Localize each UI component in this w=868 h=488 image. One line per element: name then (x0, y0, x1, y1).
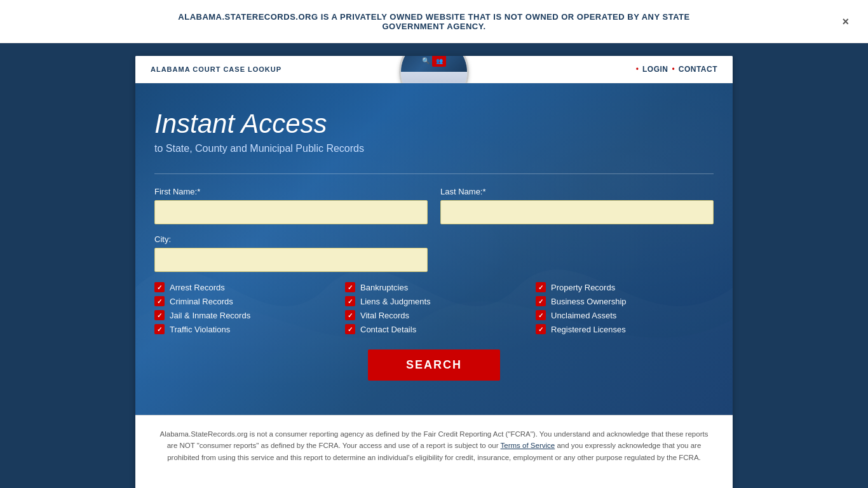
city-field-row: City: (154, 234, 714, 272)
disclaimer-section: Alabama.StateRecords.org is not a consum… (135, 415, 733, 476)
checkbox-icon-jail (154, 310, 165, 320)
checkbox-label-business: Business Ownership (551, 297, 627, 306)
page-background: ALABAMA COURT CASE LOOKUP STATE RECORDS … (0, 43, 868, 488)
checkbox-registered-licenses: Registered Licenses (536, 324, 714, 334)
terms-of-service-link[interactable]: Terms of Service (501, 442, 555, 449)
checkbox-icon-traffic (154, 324, 165, 334)
logo-person-icon: 👥 (432, 56, 446, 67)
checkbox-liens-judgments: Liens & Judgments (345, 296, 523, 306)
disclaimer-text: Alabama.StateRecords.org is not a consum… (154, 428, 714, 463)
name-fields-row: First Name:* Last Name:* (154, 187, 714, 224)
first-name-input[interactable] (154, 200, 428, 224)
banner-text: ALABAMA.STATERECORDS.ORG IS A PRIVATELY … (148, 12, 720, 31)
checkbox-arrest-records: Arrest Records (154, 282, 332, 292)
checkbox-icon-vital (345, 310, 355, 320)
checkbox-label-vital: Vital Records (360, 311, 409, 320)
contact-link[interactable]: CONTACT (679, 65, 717, 74)
checkbox-traffic-violations: Traffic Violations (154, 324, 332, 334)
contact-bullet: • (672, 65, 675, 74)
checkbox-icon-business (536, 296, 546, 306)
hero-subtitle: to State, County and Municipal Public Re… (154, 143, 714, 154)
last-name-group: Last Name:* (440, 187, 714, 224)
checkbox-icon-arrest (154, 282, 165, 292)
breadcrumb: Alabama Public Records › Court Records ›… (135, 476, 733, 488)
checkbox-label-licenses: Registered Licenses (551, 325, 626, 334)
city-input[interactable] (154, 248, 428, 272)
hero-section: Instant Access to State, County and Muni… (135, 83, 733, 415)
checkbox-label-criminal: Criminal Records (170, 297, 233, 306)
checkbox-criminal-records: Criminal Records (154, 296, 332, 306)
card-header: ALABAMA COURT CASE LOOKUP STATE RECORDS … (135, 56, 733, 83)
checkbox-label-jail: Jail & Inmate Records (170, 311, 250, 320)
search-button[interactable]: SEARCH (368, 349, 500, 381)
checkbox-icon-unclaimed (536, 310, 546, 320)
checkbox-label-property: Property Records (551, 283, 615, 292)
checkbox-bankruptcies: Bankruptcies (345, 282, 523, 292)
banner-close-button[interactable]: × (842, 15, 849, 28)
checkbox-vital-records: Vital Records (345, 310, 523, 320)
logo-icons-row: 🔍 👥 (422, 56, 446, 67)
city-group: City: (154, 234, 428, 272)
search-button-row: SEARCH (154, 349, 714, 381)
main-card: ALABAMA COURT CASE LOOKUP STATE RECORDS … (135, 56, 733, 488)
checkbox-icon-licenses (536, 324, 546, 334)
logo-top: STATE RECORDS ★ ★ ★ ★ ★ 🔍 👥 (401, 56, 467, 72)
checkbox-contact-details: Contact Details (345, 324, 523, 334)
last-name-label: Last Name:* (440, 187, 714, 196)
checkbox-icon-contact (345, 324, 355, 334)
checkbox-property-records: Property Records (536, 282, 714, 292)
checkbox-icon-bankruptcies (345, 282, 355, 292)
logo-search-icon: 🔍 (422, 57, 430, 64)
city-label: City: (154, 234, 428, 244)
hero-title: Instant Access (154, 109, 714, 139)
checkbox-business-ownership: Business Ownership (536, 296, 714, 306)
last-name-input[interactable] (440, 200, 714, 224)
checkbox-icon-criminal (154, 296, 165, 306)
checkbox-jail-inmate: Jail & Inmate Records (154, 310, 332, 320)
checkbox-label-traffic: Traffic Violations (170, 325, 230, 334)
login-bullet: • (636, 65, 639, 74)
checkbox-icon-liens (345, 296, 355, 306)
site-title: ALABAMA COURT CASE LOOKUP (151, 65, 281, 73)
top-banner: ALABAMA.STATERECORDS.ORG IS A PRIVATELY … (0, 0, 868, 43)
login-link[interactable]: LOGIN (642, 65, 668, 74)
checkbox-unclaimed-assets: Unclaimed Assets (536, 310, 714, 320)
checkbox-label-liens: Liens & Judgments (360, 297, 431, 306)
first-name-label: First Name:* (154, 187, 428, 196)
checkbox-label-contact: Contact Details (360, 325, 416, 334)
checkbox-label-arrest: Arrest Records (170, 283, 225, 292)
checkbox-label-bankruptcies: Bankruptcies (360, 283, 408, 292)
checkboxes-section: Arrest Records Bankruptcies Property Rec… (154, 282, 714, 334)
checkbox-icon-property (536, 282, 546, 292)
header-nav: • LOGIN • CONTACT (636, 65, 717, 74)
checkbox-label-unclaimed: Unclaimed Assets (551, 311, 616, 320)
first-name-group: First Name:* (154, 187, 428, 224)
